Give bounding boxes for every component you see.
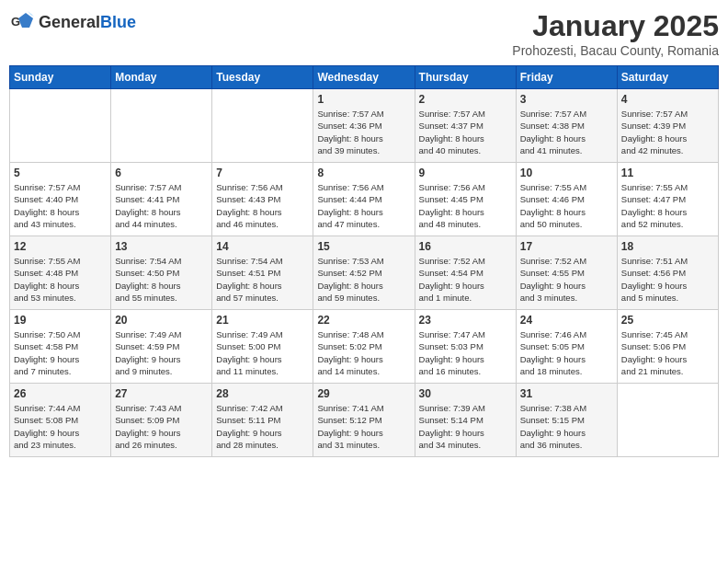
calendar-week-3: 12Sunrise: 7:55 AM Sunset: 4:48 PM Dayli… bbox=[10, 236, 719, 310]
day-info: Sunrise: 7:56 AM Sunset: 4:45 PM Dayligh… bbox=[419, 181, 512, 230]
day-number: 7 bbox=[216, 167, 309, 179]
day-number: 29 bbox=[317, 387, 410, 400]
calendar-cell: 24Sunrise: 7:46 AM Sunset: 5:05 PM Dayli… bbox=[516, 310, 617, 384]
day-info: Sunrise: 7:47 AM Sunset: 5:03 PM Dayligh… bbox=[419, 328, 512, 377]
calendar-cell: 11Sunrise: 7:55 AM Sunset: 4:47 PM Dayli… bbox=[617, 163, 718, 236]
day-number: 26 bbox=[14, 387, 107, 400]
calendar-cell: 12Sunrise: 7:55 AM Sunset: 4:48 PM Dayli… bbox=[10, 236, 111, 310]
day-number: 15 bbox=[317, 240, 410, 253]
day-info: Sunrise: 7:39 AM Sunset: 5:14 PM Dayligh… bbox=[419, 402, 512, 451]
calendar-body: 1Sunrise: 7:57 AM Sunset: 4:36 PM Daylig… bbox=[10, 89, 719, 457]
day-info: Sunrise: 7:42 AM Sunset: 5:11 PM Dayligh… bbox=[216, 402, 309, 451]
calendar-week-1: 1Sunrise: 7:57 AM Sunset: 4:36 PM Daylig… bbox=[10, 89, 719, 163]
day-info: Sunrise: 7:54 AM Sunset: 4:51 PM Dayligh… bbox=[216, 255, 309, 304]
day-info: Sunrise: 7:49 AM Sunset: 4:59 PM Dayligh… bbox=[115, 328, 208, 377]
day-number: 13 bbox=[115, 240, 208, 253]
calendar-cell: 28Sunrise: 7:42 AM Sunset: 5:11 PM Dayli… bbox=[212, 384, 313, 457]
day-info: Sunrise: 7:48 AM Sunset: 5:02 PM Dayligh… bbox=[317, 328, 410, 377]
calendar-cell: 6Sunrise: 7:57 AM Sunset: 4:41 PM Daylig… bbox=[111, 163, 212, 236]
day-number: 22 bbox=[317, 314, 410, 327]
day-info: Sunrise: 7:52 AM Sunset: 4:55 PM Dayligh… bbox=[520, 255, 613, 304]
day-number: 31 bbox=[520, 387, 613, 400]
svg-text:G: G bbox=[11, 15, 20, 29]
weekday-wednesday: Wednesday bbox=[313, 66, 415, 89]
calendar-cell: 30Sunrise: 7:39 AM Sunset: 5:14 PM Dayli… bbox=[415, 384, 516, 457]
day-info: Sunrise: 7:46 AM Sunset: 5:05 PM Dayligh… bbox=[520, 328, 613, 377]
day-number: 17 bbox=[520, 240, 613, 253]
day-number: 24 bbox=[520, 314, 613, 327]
day-number: 30 bbox=[419, 387, 512, 400]
calendar-cell: 22Sunrise: 7:48 AM Sunset: 5:02 PM Dayli… bbox=[313, 310, 415, 384]
day-info: Sunrise: 7:52 AM Sunset: 4:54 PM Dayligh… bbox=[419, 255, 512, 304]
calendar-cell: 23Sunrise: 7:47 AM Sunset: 5:03 PM Dayli… bbox=[415, 310, 516, 384]
day-info: Sunrise: 7:38 AM Sunset: 5:15 PM Dayligh… bbox=[520, 402, 613, 451]
calendar-cell: 7Sunrise: 7:56 AM Sunset: 4:43 PM Daylig… bbox=[212, 163, 313, 236]
logo-general: General bbox=[39, 13, 100, 31]
day-number: 1 bbox=[317, 93, 410, 106]
day-number: 20 bbox=[115, 314, 208, 327]
calendar-cell bbox=[111, 89, 212, 163]
calendar-cell: 31Sunrise: 7:38 AM Sunset: 5:15 PM Dayli… bbox=[516, 384, 617, 457]
page-header: G GeneralBlue January 2025 Prohozesti, B… bbox=[9, 9, 719, 58]
day-number: 9 bbox=[419, 167, 512, 179]
day-info: Sunrise: 7:56 AM Sunset: 4:44 PM Dayligh… bbox=[317, 181, 410, 230]
month-title: January 2025 bbox=[512, 9, 719, 43]
calendar-week-5: 26Sunrise: 7:44 AM Sunset: 5:08 PM Dayli… bbox=[10, 384, 719, 457]
weekday-friday: Friday bbox=[516, 66, 617, 89]
calendar-cell: 9Sunrise: 7:56 AM Sunset: 4:45 PM Daylig… bbox=[415, 163, 516, 236]
calendar-cell: 14Sunrise: 7:54 AM Sunset: 4:51 PM Dayli… bbox=[212, 236, 313, 310]
weekday-sunday: Sunday bbox=[10, 66, 111, 89]
day-info: Sunrise: 7:55 AM Sunset: 4:47 PM Dayligh… bbox=[621, 181, 714, 230]
weekday-row: SundayMondayTuesdayWednesdayThursdayFrid… bbox=[10, 66, 719, 89]
day-info: Sunrise: 7:57 AM Sunset: 4:36 PM Dayligh… bbox=[317, 108, 410, 156]
calendar-cell: 4Sunrise: 7:57 AM Sunset: 4:39 PM Daylig… bbox=[617, 89, 718, 163]
day-info: Sunrise: 7:44 AM Sunset: 5:08 PM Dayligh… bbox=[14, 402, 107, 451]
day-number: 28 bbox=[216, 387, 309, 400]
weekday-monday: Monday bbox=[111, 66, 212, 89]
calendar-cell: 29Sunrise: 7:41 AM Sunset: 5:12 PM Dayli… bbox=[313, 384, 415, 457]
day-number: 8 bbox=[317, 167, 410, 179]
calendar-cell: 15Sunrise: 7:53 AM Sunset: 4:52 PM Dayli… bbox=[313, 236, 415, 310]
day-number: 19 bbox=[14, 314, 107, 327]
calendar-cell: 21Sunrise: 7:49 AM Sunset: 5:00 PM Dayli… bbox=[212, 310, 313, 384]
calendar-week-2: 5Sunrise: 7:57 AM Sunset: 4:40 PM Daylig… bbox=[10, 163, 719, 236]
svg-marker-1 bbox=[18, 13, 33, 28]
day-number: 6 bbox=[115, 167, 208, 179]
day-number: 27 bbox=[115, 387, 208, 400]
day-info: Sunrise: 7:54 AM Sunset: 4:50 PM Dayligh… bbox=[115, 255, 208, 304]
day-info: Sunrise: 7:57 AM Sunset: 4:37 PM Dayligh… bbox=[419, 108, 512, 156]
day-number: 5 bbox=[14, 167, 107, 179]
calendar-cell: 25Sunrise: 7:45 AM Sunset: 5:06 PM Dayli… bbox=[617, 310, 718, 384]
calendar-week-4: 19Sunrise: 7:50 AM Sunset: 4:58 PM Dayli… bbox=[10, 310, 719, 384]
day-number: 18 bbox=[621, 240, 714, 253]
logo-icon: G bbox=[9, 9, 35, 35]
weekday-thursday: Thursday bbox=[415, 66, 516, 89]
day-info: Sunrise: 7:49 AM Sunset: 5:00 PM Dayligh… bbox=[216, 328, 309, 377]
logo-blue: Blue bbox=[100, 13, 136, 31]
day-number: 2 bbox=[419, 93, 512, 106]
calendar-cell: 27Sunrise: 7:43 AM Sunset: 5:09 PM Dayli… bbox=[111, 384, 212, 457]
day-number: 11 bbox=[621, 167, 714, 179]
day-info: Sunrise: 7:57 AM Sunset: 4:40 PM Dayligh… bbox=[14, 181, 107, 230]
weekday-tuesday: Tuesday bbox=[212, 66, 313, 89]
calendar-cell: 19Sunrise: 7:50 AM Sunset: 4:58 PM Dayli… bbox=[10, 310, 111, 384]
calendar-cell bbox=[617, 384, 718, 457]
calendar-cell: 16Sunrise: 7:52 AM Sunset: 4:54 PM Dayli… bbox=[415, 236, 516, 310]
calendar-header: SundayMondayTuesdayWednesdayThursdayFrid… bbox=[10, 66, 719, 89]
day-number: 25 bbox=[621, 314, 714, 327]
day-info: Sunrise: 7:57 AM Sunset: 4:38 PM Dayligh… bbox=[520, 108, 613, 156]
day-number: 21 bbox=[216, 314, 309, 327]
day-info: Sunrise: 7:43 AM Sunset: 5:09 PM Dayligh… bbox=[115, 402, 208, 451]
calendar-table: SundayMondayTuesdayWednesdayThursdayFrid… bbox=[9, 65, 719, 457]
weekday-saturday: Saturday bbox=[617, 66, 718, 89]
day-info: Sunrise: 7:45 AM Sunset: 5:06 PM Dayligh… bbox=[621, 328, 714, 377]
day-number: 3 bbox=[520, 93, 613, 106]
day-info: Sunrise: 7:41 AM Sunset: 5:12 PM Dayligh… bbox=[317, 402, 410, 451]
day-number: 14 bbox=[216, 240, 309, 253]
calendar-cell: 20Sunrise: 7:49 AM Sunset: 4:59 PM Dayli… bbox=[111, 310, 212, 384]
calendar-cell: 13Sunrise: 7:54 AM Sunset: 4:50 PM Dayli… bbox=[111, 236, 212, 310]
day-info: Sunrise: 7:51 AM Sunset: 4:56 PM Dayligh… bbox=[621, 255, 714, 304]
calendar-cell: 26Sunrise: 7:44 AM Sunset: 5:08 PM Dayli… bbox=[10, 384, 111, 457]
calendar-cell: 18Sunrise: 7:51 AM Sunset: 4:56 PM Dayli… bbox=[617, 236, 718, 310]
calendar-cell: 8Sunrise: 7:56 AM Sunset: 4:44 PM Daylig… bbox=[313, 163, 415, 236]
